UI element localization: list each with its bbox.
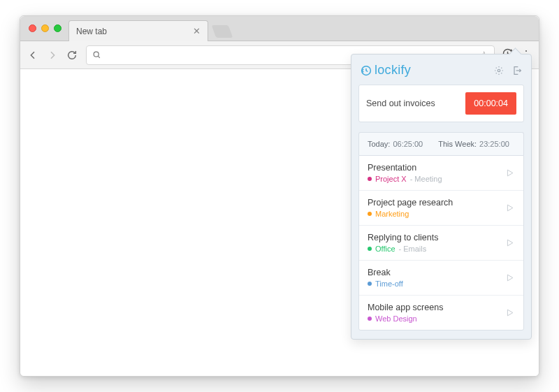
tracker-timer-button[interactable]: 00:00:04 [465,92,516,115]
project-color-dot [368,212,372,216]
time-summary: Today: 06:25:00 This Week: 23:25:00 [358,132,524,155]
entry-project: Marketing [375,210,409,218]
entry-title: Mobile app screens [368,303,504,312]
today-value: 06:25:00 [393,140,423,148]
play-entry-icon[interactable] [504,203,515,213]
close-tab-icon[interactable]: ✕ [193,26,201,36]
maximize-window-button[interactable] [54,24,61,32]
play-entry-icon[interactable] [504,273,515,283]
entry-subline: Office- Emails [368,245,504,253]
reload-button[interactable] [66,50,79,61]
close-window-button[interactable] [29,24,36,32]
entry-title: Project page research [368,198,504,208]
time-entry[interactable]: Mobile app screensWeb Design [359,296,523,330]
entry-subline: Web Design [368,314,504,323]
play-entry-icon[interactable] [504,168,515,178]
project-color-dot [368,177,372,181]
entry-main: Replying to clientsOffice- Emails [368,233,504,253]
entry-main: Project page researchMarketing [368,198,504,218]
entry-project: Time-off [375,280,403,288]
forward-button[interactable] [47,50,59,61]
time-entry[interactable]: BreakTime-off [359,261,523,296]
entry-subline: Time-off [368,280,504,288]
settings-gear-icon[interactable] [493,65,504,76]
tab-bar: New tab ✕ [20,16,539,41]
entry-tag: - Meeting [410,175,442,183]
browser-tab[interactable]: New tab ✕ [68,20,208,41]
entry-subline: Marketing [368,210,504,218]
entry-project: Office [375,245,395,253]
minimize-window-button[interactable] [41,24,49,32]
tab-title: New tab [76,27,193,36]
window-controls [29,24,61,32]
tracker-description[interactable]: Send out invoices [366,99,465,108]
entry-title: Replying to clients [368,233,504,242]
time-entry[interactable]: Replying to clientsOffice- Emails [359,226,523,261]
search-icon [92,50,101,59]
entry-tag: - Emails [399,245,427,253]
week-label: This Week: [438,140,477,148]
back-button[interactable] [27,50,40,61]
active-tracker: Send out invoices 00:00:04 [358,85,524,122]
new-tab-button[interactable] [212,25,233,38]
logout-icon[interactable] [511,65,523,76]
time-entry[interactable]: Project page researchMarketing [359,191,523,226]
entry-project: Project X [375,175,407,183]
project-color-dot [368,282,372,286]
brand-text: lockify [375,63,411,78]
clockify-logo-icon [360,64,372,77]
svg-point-3 [498,69,500,71]
project-color-dot [368,247,372,251]
entry-main: BreakTime-off [368,268,504,288]
today-label: Today: [368,140,390,148]
week-value: 23:25:00 [479,140,509,148]
svg-point-0 [94,52,99,57]
play-entry-icon[interactable] [504,307,515,318]
time-entry[interactable]: PresentationProject X- Meeting [359,156,523,191]
play-entry-icon[interactable] [504,238,515,248]
entry-subline: Project X- Meeting [368,175,504,183]
popup-header: lockify [351,55,531,85]
entry-title: Break [368,268,504,277]
clockify-popup: lockify Send out invoices 00:00:04 Today… [351,54,532,340]
entry-project: Web Design [375,314,417,323]
entry-title: Presentation [368,163,504,173]
project-color-dot [368,317,372,321]
recent-entries-list: PresentationProject X- MeetingProject pa… [358,155,524,331]
entry-main: Mobile app screensWeb Design [368,303,504,323]
clockify-brand: lockify [360,63,486,78]
entry-main: PresentationProject X- Meeting [368,163,504,183]
